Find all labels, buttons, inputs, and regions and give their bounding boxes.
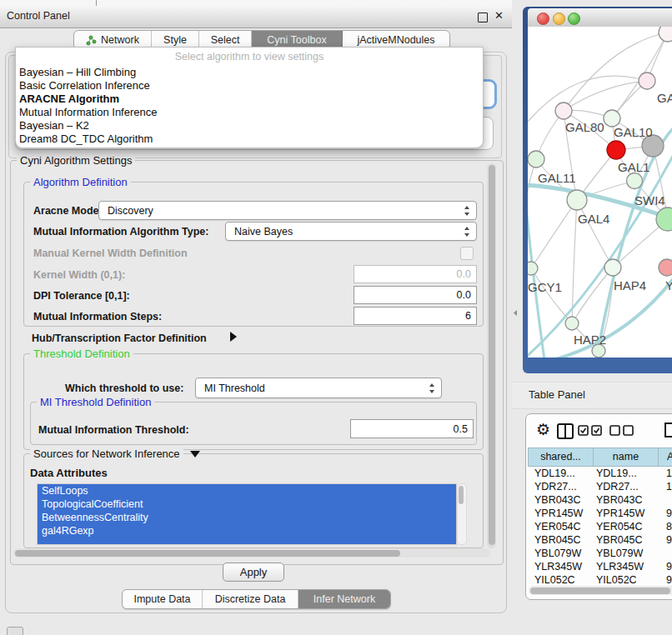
table-row[interactable]: YLR345W YLR345W 9. [528, 560, 672, 573]
tab-impute-data[interactable]: Impute Data [123, 590, 203, 608]
tab-cyni-toolbox-label: Cyni Toolbox [267, 34, 326, 46]
network-icon [86, 35, 97, 46]
hub-definition-label: Hub/Transcription Factor Definition [32, 332, 207, 344]
table-horizontal-scrollbar[interactable] [529, 586, 672, 595]
dropdown-placeholder: Select algorithm to view settings [16, 51, 483, 62]
data-attributes-list[interactable]: SelfLoops TopologicalCoefficient Between… [37, 483, 457, 545]
settings-horizontal-scrollbar[interactable] [13, 548, 490, 558]
tab-network-label: Network [101, 34, 139, 46]
node-hap2[interactable] [565, 317, 579, 330]
column-header-name[interactable]: name [593, 448, 658, 467]
table-row[interactable]: YPR145W YPR145W 9. [528, 507, 672, 520]
zoom-traffic-light-icon[interactable] [568, 12, 580, 25]
settings-group-title: Cyni Algorithm Settings [17, 154, 135, 167]
list-item[interactable]: SelfLoops [38, 484, 456, 498]
list-item[interactable]: gal4RGexp [38, 524, 456, 538]
list-item[interactable]: TopologicalCoefficient [38, 498, 456, 511]
tab-infer-network[interactable]: Infer Network [298, 590, 390, 608]
mi-steps-field[interactable]: 6 [354, 307, 477, 325]
table-row[interactable]: YDL19... YDL19... 13 [528, 467, 672, 480]
cell-value: 9. [658, 560, 672, 573]
kernel-width-field[interactable]: 0.0 [354, 265, 477, 283]
show-columns-icon[interactable] [578, 425, 603, 436]
node-gal11[interactable] [528, 151, 544, 168]
minimize-traffic-light-icon[interactable] [553, 12, 565, 25]
dropdown-item-aracne[interactable]: ARACNE Algorithm [19, 92, 119, 106]
node-red-selected[interactable] [607, 141, 625, 159]
node-label: HAP4 [614, 278, 646, 292]
panel-divider-handle[interactable] [514, 310, 517, 316]
apply-button[interactable]: Apply [223, 562, 284, 582]
table-row[interactable]: YDR27... YDR27... 12 [528, 480, 672, 493]
application-window: Control Panel ✕ Network Style Select Cyn… [0, 0, 672, 635]
dropdown-item-bayesian-k2[interactable]: Bayesian – K2 [19, 119, 89, 132]
table-row[interactable]: YBR043C YBR043C [528, 493, 672, 507]
mi-threshold-label: Mutual Information Threshold: [38, 424, 189, 436]
cell-shared: YLR345W [528, 560, 593, 573]
column-header-shared[interactable]: shared... [528, 448, 593, 467]
dpi-tolerance-field[interactable]: 0.0 [354, 286, 477, 304]
node-gal4[interactable] [567, 190, 587, 210]
cell-value: 9. [658, 533, 672, 547]
table-row[interactable]: YBR045C YBR045C 9. [528, 533, 672, 547]
algorithm-definition-title: Algorithm Definition [30, 176, 131, 188]
cell-name: YDR27... [593, 480, 658, 493]
manual-kernel-checkbox[interactable] [460, 247, 474, 260]
table-body: YDL19... YDL19... 13 YDR27... YDR27... 1… [528, 467, 672, 583]
cell-name: YDL19... [593, 467, 658, 480]
cell-shared: YIL052C [528, 573, 593, 583]
float-window-icon[interactable] [478, 12, 488, 22]
node-gcy1[interactable] [528, 262, 538, 275]
node[interactable] [659, 27, 672, 42]
cell-name: YPR145W [593, 507, 658, 520]
table-row[interactable]: YBL079W YBL079W [528, 547, 672, 560]
settings-vertical-scrollbar[interactable] [487, 163, 496, 548]
aracne-mode-combobox[interactable]: Discovery [98, 201, 477, 220]
expand-arrow-icon[interactable] [230, 332, 237, 342]
table-row[interactable]: YIL052C YIL052C 9 [528, 573, 672, 583]
cell-shared: YER054C [528, 520, 593, 533]
mi-threshold-value: 0.5 [454, 423, 468, 435]
node-label: GAL1 [618, 160, 649, 174]
node-label: GAL [657, 91, 672, 105]
column-header-partial[interactable]: A [658, 448, 672, 467]
node-gal10[interactable] [604, 110, 620, 127]
dropdown-item-basic-correlation[interactable]: Basic Correlation Inference [19, 79, 150, 92]
which-threshold-combobox[interactable]: MI Threshold [195, 378, 442, 398]
mi-type-combobox[interactable]: Naive Bayes [225, 222, 477, 241]
close-icon[interactable]: ✕ [494, 9, 504, 22]
dropdown-item-bayesian-hill-climbing[interactable]: Bayesian – Hill Climbing [19, 66, 136, 79]
mi-steps-value: 6 [465, 310, 471, 322]
cell-name: YIL052C [593, 573, 658, 583]
table-row[interactable]: YER054C YER054C 8. [528, 520, 672, 533]
network-canvas[interactable]: GAL GAL80 GAL10 GAL1 GAL11 SWI4 GAL4 GCY… [528, 27, 672, 358]
hide-columns-icon[interactable] [609, 425, 634, 436]
collapse-arrow-icon[interactable] [190, 451, 200, 458]
cell-name: YBR045C [593, 533, 658, 547]
node-gal1[interactable] [627, 173, 643, 189]
export-table-icon[interactable] [664, 421, 672, 439]
table-panel-title: Table Panel [529, 388, 585, 401]
collapsed-panel-button[interactable] [7, 627, 23, 635]
cell-shared: YPR145W [528, 507, 593, 520]
list-item-partial[interactable] [38, 538, 456, 545]
dropdown-item-mutual-information[interactable]: Mutual Information Inference [19, 106, 157, 119]
node-gal80[interactable] [555, 102, 572, 119]
list-item[interactable]: BetweennessCentrality [38, 511, 456, 524]
threshold-definition-title: Threshold Definition [30, 348, 133, 360]
mi-steps-label: Mutual Information Steps: [33, 311, 162, 322]
network-window-titlebar[interactable] [528, 8, 672, 28]
close-traffic-light-icon[interactable] [537, 12, 549, 25]
tab-discretize-data[interactable]: Discretize Data [203, 590, 298, 608]
network-graph: GAL GAL80 GAL10 GAL1 GAL11 SWI4 GAL4 GCY… [528, 27, 672, 358]
node[interactable] [639, 72, 655, 89]
node-hap4[interactable] [604, 259, 621, 276]
gear-icon[interactable]: ⚙ [536, 420, 550, 439]
dropdown-item-dream8[interactable]: Dream8 DC_TDC Algorithm [19, 132, 153, 146]
node-salmon[interactable] [659, 259, 672, 276]
cell-shared: YDL19... [528, 467, 593, 480]
list-scrollbar[interactable] [457, 483, 467, 545]
manual-kernel-label: Manual Kernel Width Definition [33, 248, 188, 259]
columns-icon[interactable] [556, 422, 574, 440]
mi-threshold-field[interactable]: 0.5 [350, 419, 474, 438]
